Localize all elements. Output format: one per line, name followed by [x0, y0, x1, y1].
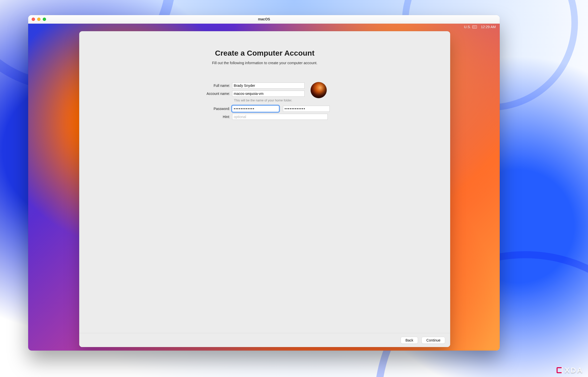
hint-row: Hint: [194, 114, 335, 120]
setup-assistant-window: Create a Computer Account Fill out the f… [79, 31, 450, 347]
guest-desktop: U.S. 12:29 AM Create a Computer Account … [28, 24, 500, 351]
minimize-icon[interactable] [37, 18, 40, 21]
close-icon[interactable] [32, 18, 35, 21]
input-source-menu[interactable]: U.S. [464, 25, 477, 29]
page-title: Create a Computer Account [79, 49, 450, 57]
page-subtitle: Fill out the following information to cr… [79, 61, 450, 65]
window-traffic-lights [32, 18, 46, 21]
full-name-label: Full name: [194, 84, 232, 88]
password-row: Password: [194, 106, 335, 112]
back-button[interactable]: Back [401, 337, 418, 344]
keyboard-icon [472, 25, 477, 28]
assistant-footer: Back Continue [79, 333, 450, 347]
window-title: macOS [28, 17, 500, 21]
hint-label: Hint: [194, 115, 232, 119]
account-form: Full name: Account name: This will be th… [194, 83, 335, 120]
password-verify-field[interactable] [283, 106, 330, 112]
input-source-label: U.S. [464, 25, 471, 29]
zoom-icon[interactable] [43, 18, 46, 21]
guest-menubar: U.S. 12:29 AM [28, 24, 500, 30]
continue-button[interactable]: Continue [422, 337, 445, 344]
password-label: Password: [194, 107, 232, 111]
full-name-field[interactable] [232, 83, 305, 89]
account-name-helper: This will be the name of your home folde… [234, 99, 335, 102]
password-field[interactable] [232, 106, 279, 112]
vm-window: macOS U.S. 12:29 AM Create a Computer Ac… [28, 15, 500, 351]
assistant-body: Create a Computer Account Fill out the f… [79, 31, 450, 333]
hint-field[interactable] [232, 114, 328, 120]
window-titlebar[interactable]: macOS [28, 15, 500, 24]
account-name-label: Account name: [194, 92, 232, 96]
account-picture-button[interactable] [311, 82, 327, 98]
account-name-field[interactable] [232, 91, 305, 97]
menubar-clock[interactable]: 12:29 AM [481, 25, 496, 29]
